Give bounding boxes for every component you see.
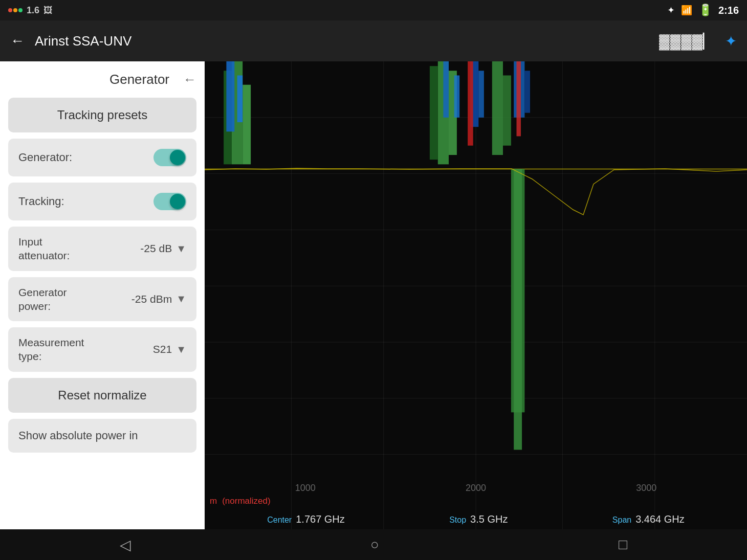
- svg-rect-21: [443, 61, 449, 118]
- dbm-label: m: [210, 496, 217, 506]
- svg-rect-22: [454, 75, 460, 117]
- center-info: Center 1.767 GHz: [267, 513, 345, 525]
- center-value: 1.767 GHz: [296, 513, 345, 525]
- app-bar: ← Arinst SSA-UNV ▓▓▓▓▏ ✦: [0, 20, 747, 61]
- input-attenuator-arrow: ▼: [176, 243, 186, 255]
- generator-label: Generator:: [18, 151, 72, 164]
- dot-red: [8, 8, 12, 12]
- svg-rect-29: [524, 71, 530, 113]
- dot-green: [18, 8, 23, 12]
- freq-label-1000: 1000: [295, 483, 316, 494]
- tracking-toggle-thumb: [170, 194, 185, 209]
- svg-rect-20: [430, 66, 438, 160]
- svg-rect-30: [517, 61, 521, 136]
- svg-rect-24: [478, 71, 484, 118]
- show-absolute-power-label: Show absolute power in: [18, 429, 138, 442]
- input-attenuator-row: Input attenuator: -25 dB ▼: [8, 227, 196, 271]
- measurement-type-dropdown[interactable]: S21 ▼: [153, 343, 186, 355]
- battery-icon: 🔋: [698, 4, 712, 17]
- input-attenuator-label: Input attenuator:: [18, 235, 90, 263]
- main-layout: Generator ← Tracking presets Generator: …: [0, 61, 747, 529]
- panel-header: Generator ←: [8, 72, 196, 87]
- panel-title: Generator: [96, 72, 183, 87]
- freq-axis-labels: 1000 2000 3000: [205, 483, 747, 494]
- status-bar: 1.6 🖼 ✦ 📶 🔋 2:16: [0, 0, 747, 20]
- app-version: 1.6: [27, 5, 39, 16]
- generator-toggle[interactable]: [153, 149, 186, 166]
- stop-value: 3.5 GHz: [470, 513, 508, 525]
- bluetooth-active-icon: ✦: [725, 33, 737, 50]
- generator-toggle-row: Generator:: [8, 139, 196, 176]
- measurement-type-label: Measurement type:: [18, 335, 90, 364]
- show-absolute-power-row: Show absolute power in: [8, 419, 196, 453]
- span-key: Span: [612, 516, 631, 525]
- tracking-toggle[interactable]: [153, 193, 186, 210]
- svg-rect-16: [226, 61, 234, 131]
- span-value: 3.464 GHz: [635, 513, 685, 525]
- app-bar-title: Arinst SSA-UNV: [35, 33, 131, 49]
- app-bar-back-button[interactable]: ←: [10, 33, 25, 49]
- generator-toggle-thumb: [170, 150, 185, 165]
- freq-label-2000: 2000: [466, 483, 486, 494]
- generator-power-value: -25 dBm: [131, 293, 172, 305]
- panel-close-button[interactable]: ←: [183, 72, 196, 87]
- svg-rect-14: [243, 85, 251, 165]
- app-bar-actions: ▓▓▓▓▏ ✦: [659, 33, 737, 50]
- dot-yellow: [13, 8, 17, 12]
- svg-rect-17: [237, 75, 243, 122]
- bluetooth-status-icon: ✦: [667, 5, 675, 16]
- battery-full-icon: ▓▓▓▓▏: [659, 33, 715, 50]
- status-bar-left: 1.6 🖼: [8, 5, 53, 16]
- measurement-type-value: S21: [153, 343, 172, 355]
- tracking-toggle-row: Tracking:: [8, 183, 196, 220]
- nav-recent-button[interactable]: □: [598, 531, 648, 558]
- span-info: Span 3.464 GHz: [612, 513, 685, 525]
- freq-label-3000: 3000: [636, 483, 656, 494]
- input-attenuator-dropdown[interactable]: -25 dB ▼: [140, 242, 186, 255]
- measurement-type-arrow: ▼: [176, 344, 186, 355]
- svg-rect-26: [492, 61, 503, 155]
- stop-key: Stop: [449, 516, 466, 525]
- chart-area: 1000 2000 3000 m (normalized) Center 1.7…: [205, 61, 747, 529]
- input-attenuator-value: -25 dB: [140, 242, 172, 255]
- time-display: 2:16: [718, 5, 739, 16]
- nav-bar: ◁ ○ □: [0, 529, 747, 560]
- nav-home-button[interactable]: ○: [350, 531, 400, 558]
- signal-icon: 📶: [681, 5, 692, 16]
- generator-power-row: Generator power: -25 dBm ▼: [8, 277, 196, 322]
- chart-status-line: m (normalized): [210, 496, 271, 506]
- reset-normalize-button[interactable]: Reset normalize: [8, 378, 196, 413]
- normalized-label: (normalized): [222, 496, 270, 506]
- measurement-type-row: Measurement type: S21 ▼: [8, 327, 196, 372]
- tracking-presets-button[interactable]: Tracking presets: [8, 98, 196, 132]
- center-key: Center: [267, 516, 292, 525]
- stop-info: Stop 3.5 GHz: [449, 513, 508, 525]
- nav-back-button[interactable]: ◁: [99, 531, 151, 558]
- generator-power-label: Generator power:: [18, 285, 90, 313]
- left-panel: Generator ← Tracking presets Generator: …: [0, 61, 205, 529]
- generator-power-dropdown[interactable]: -25 dBm ▼: [131, 293, 186, 305]
- screenshot-icon: 🖼: [43, 5, 53, 16]
- chart-frequency-info: Center 1.767 GHz Stop 3.5 GHz Span 3.464…: [205, 513, 747, 525]
- tracking-label: Tracking:: [18, 195, 64, 208]
- spectrum-chart: [205, 61, 747, 529]
- svg-rect-25: [468, 61, 473, 146]
- app-dots: [8, 8, 23, 12]
- svg-rect-27: [503, 75, 511, 145]
- svg-rect-32: [514, 169, 522, 450]
- status-bar-right: ✦ 📶 🔋 2:16: [667, 4, 739, 17]
- generator-power-arrow: ▼: [176, 293, 186, 305]
